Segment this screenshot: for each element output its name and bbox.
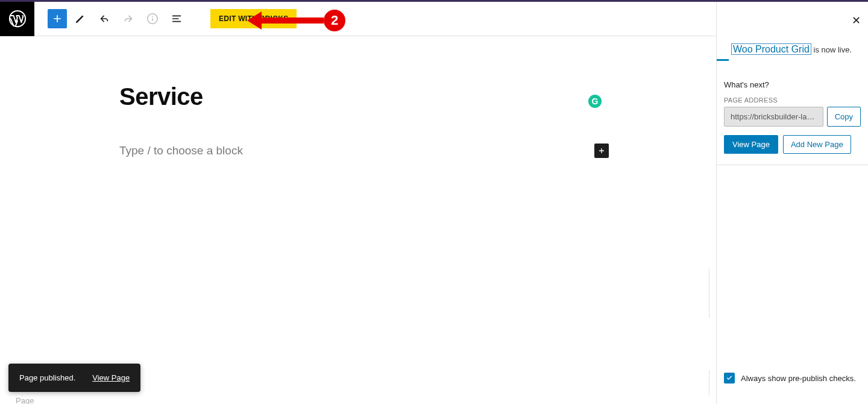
toast-message: Page published. (19, 373, 75, 382)
plus-icon (597, 146, 606, 156)
grammarly-badge[interactable]: G (588, 95, 602, 108)
view-page-button[interactable]: View Page (724, 135, 778, 154)
footer-breadcrumb: Page (16, 396, 34, 404)
copy-button[interactable]: Copy (827, 107, 861, 127)
notice-text: is now live. (811, 45, 852, 54)
pencil-icon (74, 12, 87, 25)
list-outline-icon (170, 12, 183, 25)
wordpress-icon (8, 10, 27, 28)
editor-canvas: Service Type / to choose a block (0, 36, 716, 404)
undo-button[interactable] (93, 8, 115, 30)
settings-sidebar: ✕ Woo Product Grid is now live. What's n… (716, 2, 868, 404)
info-button[interactable] (142, 8, 163, 30)
prepublish-checkbox[interactable] (724, 373, 735, 383)
svg-point-2 (152, 16, 153, 17)
page-address-input[interactable]: https://bricksbuilder-layou... (724, 107, 823, 127)
redo-button[interactable] (118, 8, 139, 30)
page-address-label: PAGE ADDRESS (724, 96, 861, 104)
add-block-button[interactable] (48, 9, 67, 28)
add-block-inline-button[interactable] (594, 144, 609, 158)
tab-indicator (717, 59, 729, 61)
wordpress-logo[interactable] (0, 2, 34, 36)
notice-link[interactable]: Woo Product Grid (731, 43, 811, 55)
prepublish-checkbox-label: Always show pre-publish checks. (741, 374, 856, 383)
whats-next-heading: What's next? (724, 80, 861, 89)
page-title[interactable]: Service (119, 83, 716, 110)
publish-toast: Page published. View Page (8, 364, 140, 392)
block-placeholder[interactable]: Type / to choose a block (119, 144, 243, 157)
annotation-number: 2 (324, 10, 345, 31)
close-sidebar-button[interactable]: ✕ (852, 14, 861, 27)
edit-with-bricks-button[interactable]: EDIT WITH BRICKS (210, 9, 297, 28)
add-new-page-button[interactable]: Add New Page (783, 135, 851, 154)
toast-view-page-link[interactable]: View Page (92, 373, 130, 382)
plus-icon (51, 13, 63, 25)
undo-icon (98, 12, 111, 25)
checkmark-icon (726, 374, 733, 382)
outline-button[interactable] (166, 8, 187, 30)
info-icon (146, 12, 159, 25)
redo-icon (122, 12, 135, 25)
edit-tool-button[interactable] (69, 8, 91, 30)
